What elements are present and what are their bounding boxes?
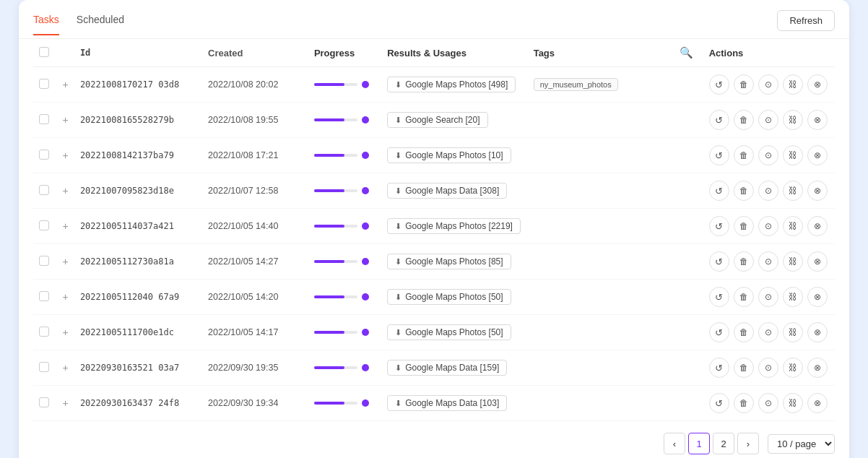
row-expand-cell[interactable]: + <box>56 386 74 421</box>
row-checkbox[interactable] <box>39 150 49 160</box>
row-expand-cell[interactable]: + <box>56 138 74 173</box>
retry-button[interactable]: ↺ <box>709 322 729 342</box>
schedule-button[interactable]: ⊙ <box>758 74 778 95</box>
info-button[interactable]: ⊗ <box>807 393 828 413</box>
info-button[interactable]: ⊗ <box>807 358 828 378</box>
page-1-button[interactable]: 1 <box>688 433 710 454</box>
row-checkbox[interactable] <box>39 114 49 124</box>
download-icon: ⬇ <box>395 293 402 302</box>
info-button[interactable]: ⊗ <box>807 287 828 307</box>
retry-button[interactable]: ↺ <box>709 110 729 130</box>
row-checkbox[interactable] <box>39 362 49 372</box>
schedule-button[interactable]: ⊙ <box>758 216 778 236</box>
row-checkbox[interactable] <box>39 185 49 195</box>
row-checkbox[interactable] <box>39 327 49 337</box>
select-all-checkbox[interactable] <box>39 47 49 57</box>
result-badge[interactable]: ⬇ Google Maps Data [103] <box>387 395 507 411</box>
row-expand-cell[interactable]: + <box>56 209 74 244</box>
result-badge[interactable]: ⬇ Google Maps Data [308] <box>387 183 507 199</box>
row-checkbox[interactable] <box>39 79 49 89</box>
link-button[interactable]: ⛓ <box>783 358 803 378</box>
col-header-search: 🔍 <box>674 39 703 67</box>
retry-button[interactable]: ↺ <box>709 287 729 307</box>
result-badge[interactable]: ⬇ Google Maps Photos [498] <box>387 77 516 92</box>
result-badge[interactable]: ⬇ Google Maps Photos [2219] <box>387 218 521 234</box>
page-2-button[interactable]: 2 <box>713 433 734 454</box>
row-expand-cell[interactable]: + <box>56 67 74 103</box>
retry-button[interactable]: ↺ <box>709 216 729 236</box>
retry-button[interactable]: ↺ <box>709 358 729 378</box>
tag-badge[interactable]: ny_museum_photos <box>534 78 618 91</box>
link-button[interactable]: ⛓ <box>783 251 803 272</box>
schedule-button[interactable]: ⊙ <box>758 110 778 130</box>
retry-button[interactable]: ↺ <box>709 251 729 272</box>
result-badge[interactable]: ⬇ Google Maps Photos [50] <box>387 324 511 340</box>
delete-button[interactable]: 🗑 <box>734 393 754 413</box>
delete-button[interactable]: 🗑 <box>734 181 754 201</box>
delete-button[interactable]: 🗑 <box>734 216 754 236</box>
tab-tasks[interactable]: Tasks <box>33 14 59 35</box>
link-button[interactable]: ⛓ <box>783 216 803 236</box>
schedule-button[interactable]: ⊙ <box>758 393 778 413</box>
row-checkbox[interactable] <box>39 291 49 301</box>
retry-button[interactable]: ↺ <box>709 74 729 95</box>
retry-button[interactable]: ↺ <box>709 181 729 201</box>
row-expand-cell[interactable]: + <box>56 244 74 280</box>
result-badge[interactable]: ⬇ Google Maps Photos [50] <box>387 289 511 305</box>
tab-scheduled[interactable]: Scheduled <box>77 14 124 35</box>
info-button[interactable]: ⊗ <box>807 251 828 272</box>
row-expand-cell[interactable]: + <box>56 315 74 350</box>
row-search-cell <box>674 280 703 315</box>
delete-button[interactable]: 🗑 <box>734 110 754 130</box>
result-badge[interactable]: ⬇ Google Maps Photos [85] <box>387 254 511 269</box>
schedule-button[interactable]: ⊙ <box>758 181 778 201</box>
table-row: + 20220930163521 03a7 2022/09/30 19:35 ⬇… <box>33 350 835 386</box>
info-button[interactable]: ⊗ <box>807 110 828 130</box>
retry-button[interactable]: ↺ <box>709 393 729 413</box>
row-checkbox[interactable] <box>39 256 49 266</box>
schedule-button[interactable]: ⊙ <box>758 145 778 165</box>
link-button[interactable]: ⛓ <box>783 74 803 95</box>
info-button[interactable]: ⊗ <box>807 145 828 165</box>
row-expand-cell[interactable]: + <box>56 173 74 209</box>
row-checkbox[interactable] <box>39 220 49 230</box>
link-button[interactable]: ⛓ <box>783 181 803 201</box>
row-expand-cell[interactable]: + <box>56 350 74 386</box>
link-button[interactable]: ⛓ <box>783 393 803 413</box>
result-badge[interactable]: ⬇ Google Maps Data [159] <box>387 360 507 376</box>
row-expand-cell[interactable]: + <box>56 280 74 315</box>
row-id: 20221007095823d18e <box>74 173 202 209</box>
result-badge[interactable]: ⬇ Google Search [20] <box>387 112 487 128</box>
download-icon: ⬇ <box>395 116 402 125</box>
link-button[interactable]: ⛓ <box>783 145 803 165</box>
schedule-button[interactable]: ⊙ <box>758 251 778 272</box>
link-button[interactable]: ⛓ <box>783 322 803 342</box>
info-button[interactable]: ⊗ <box>807 74 828 95</box>
link-button[interactable]: ⛓ <box>783 287 803 307</box>
info-button[interactable]: ⊗ <box>807 181 828 201</box>
delete-button[interactable]: 🗑 <box>734 145 754 165</box>
schedule-button[interactable]: ⊙ <box>758 322 778 342</box>
retry-button[interactable]: ↺ <box>709 145 729 165</box>
prev-page-button[interactable]: ‹ <box>664 433 685 454</box>
refresh-button[interactable]: Refresh <box>777 10 835 31</box>
delete-button[interactable]: 🗑 <box>734 251 754 272</box>
row-expand-cell[interactable]: + <box>56 103 74 138</box>
schedule-button[interactable]: ⊙ <box>758 287 778 307</box>
page-size-select[interactable]: 10 / page 20 / page 50 / page <box>768 434 835 454</box>
info-button[interactable]: ⊗ <box>807 322 828 342</box>
info-button[interactable]: ⊗ <box>807 216 828 236</box>
link-button[interactable]: ⛓ <box>783 110 803 130</box>
row-checkbox[interactable] <box>39 397 49 407</box>
row-progress <box>308 350 381 386</box>
delete-button[interactable]: 🗑 <box>734 74 754 95</box>
row-actions: ↺ 🗑 ⊙ ⛓ ⊗ <box>703 386 835 421</box>
row-created: 2022/10/05 14:27 <box>202 244 308 280</box>
delete-button[interactable]: 🗑 <box>734 322 754 342</box>
delete-button[interactable]: 🗑 <box>734 358 754 378</box>
delete-button[interactable]: 🗑 <box>734 287 754 307</box>
search-icon[interactable]: 🔍 <box>680 46 693 59</box>
result-badge[interactable]: ⬇ Google Maps Photos [10] <box>387 147 511 163</box>
next-page-button[interactable]: › <box>737 433 759 454</box>
schedule-button[interactable]: ⊙ <box>758 358 778 378</box>
